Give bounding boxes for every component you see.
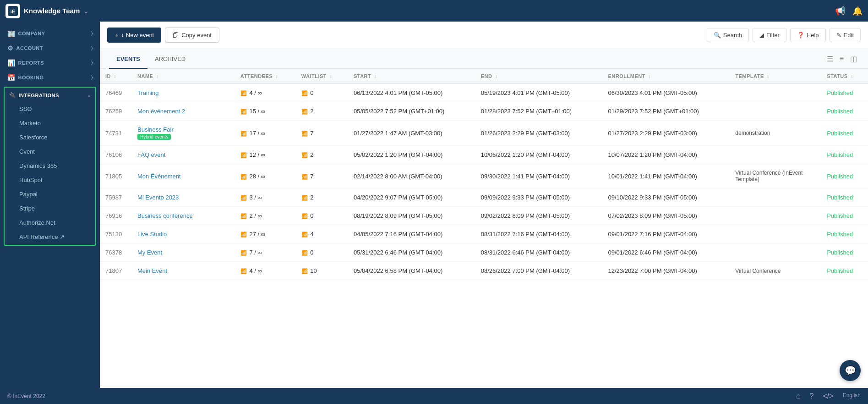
event-name: Live Studio bbox=[132, 225, 235, 244]
event-status: Published bbox=[821, 146, 868, 164]
sidebar-item-sso[interactable]: SSO bbox=[5, 102, 95, 116]
table-row: 74731 Business Fair Hybrid events 📶 17 /… bbox=[100, 121, 868, 146]
event-link[interactable]: My Event bbox=[137, 249, 162, 256]
event-id: 74731 bbox=[100, 121, 132, 146]
col-enrollment[interactable]: ENROLLMENT ↕ bbox=[603, 69, 730, 84]
event-link[interactable]: Business conference bbox=[137, 212, 193, 219]
chevron-down-icon[interactable]: ⌄ bbox=[83, 7, 89, 15]
grid-view-icon[interactable]: ≡ bbox=[838, 54, 846, 64]
event-start: 05/04/2022 6:58 PM (GMT-04:00) bbox=[348, 262, 475, 280]
col-end[interactable]: END ↕ bbox=[475, 69, 603, 84]
caret-right-icon: 〉 bbox=[91, 31, 93, 36]
sidebar-item-authorize-net[interactable]: Authorize.Net bbox=[5, 216, 95, 230]
event-waitlist: 📶 2 bbox=[296, 102, 348, 121]
event-link[interactable]: FAQ event bbox=[137, 151, 165, 158]
edit-button[interactable]: ✎ Edit bbox=[830, 28, 861, 42]
event-link[interactable]: Mi Evento 2023 bbox=[137, 194, 179, 201]
sidebar-item-company[interactable]: 🏢 COMPANY 〉 bbox=[0, 26, 100, 41]
sidebar-item-account[interactable]: ⚙ ACCOUNT 〉 bbox=[0, 41, 100, 55]
wifi-icon: 📶 bbox=[240, 109, 247, 114]
building-icon: 🏢 bbox=[7, 30, 16, 37]
event-link[interactable]: Live Studio bbox=[137, 231, 167, 238]
new-event-button[interactable]: + + New event bbox=[107, 28, 161, 43]
tab-events[interactable]: EVENTS bbox=[109, 49, 147, 69]
tab-archived[interactable]: ARCHIVED bbox=[147, 49, 193, 69]
event-id: 71805 bbox=[100, 164, 132, 188]
sidebar-item-marketo[interactable]: Marketo bbox=[5, 116, 95, 130]
wifi-icon: 📶 bbox=[301, 131, 308, 136]
event-waitlist: 📶 7 bbox=[296, 164, 348, 188]
event-link[interactable]: Training bbox=[137, 89, 158, 96]
wifi-icon: 📶 bbox=[301, 109, 308, 114]
event-name: Mi Evento 2023 bbox=[132, 188, 235, 207]
wifi-icon: 📶 bbox=[301, 174, 308, 179]
col-name[interactable]: NAME ↕ bbox=[132, 69, 235, 84]
sidebar-item-paypal[interactable]: Paypal bbox=[5, 187, 95, 201]
wifi-icon: 📶 bbox=[240, 152, 247, 158]
sidebar-item-salesforce[interactable]: Salesforce bbox=[5, 130, 95, 144]
copy-event-button[interactable]: 🗍 Copy event bbox=[165, 28, 219, 43]
table-container: EVENTS ARCHIVED ☰ ≡ ◫ ID ↕ bbox=[100, 49, 868, 388]
wifi-icon: 📶 bbox=[301, 232, 308, 237]
col-id[interactable]: ID ↕ bbox=[100, 69, 132, 84]
search-button[interactable]: 🔍 Search bbox=[707, 28, 749, 42]
hybrid-badge: Hybrid events bbox=[137, 134, 171, 140]
help-button[interactable]: ❓ Help bbox=[790, 28, 826, 42]
wifi-icon: 📶 bbox=[240, 90, 247, 96]
event-status: Published bbox=[821, 244, 868, 262]
event-link[interactable]: Mein Event bbox=[137, 267, 167, 274]
code-icon[interactable]: </> bbox=[823, 392, 834, 400]
event-start: 05/05/2022 7:52 PM (GMT+01:00) bbox=[348, 102, 475, 121]
sidebar-item-api-reference[interactable]: API Reference ↗ bbox=[5, 230, 95, 244]
col-status[interactable]: STATUS ↕ bbox=[821, 69, 868, 84]
col-waitlist[interactable]: WAITLIST ↕ bbox=[296, 69, 348, 84]
event-start: 06/13/2022 4:01 PM (GMT-05:00) bbox=[348, 84, 475, 102]
event-link[interactable]: Mon Événement bbox=[137, 173, 181, 180]
caret-right-icon: 〉 bbox=[91, 45, 93, 51]
table-row: 71805 Mon Événement 📶 28 / ∞ 📶 7 02/14/2… bbox=[100, 164, 868, 188]
card-view-icon[interactable]: ◫ bbox=[848, 54, 859, 64]
filter-button[interactable]: ◢ Filter bbox=[753, 28, 786, 42]
event-waitlist: 📶 0 bbox=[296, 207, 348, 225]
megaphone-icon[interactable]: 📢 bbox=[835, 6, 845, 16]
event-status: Published bbox=[821, 225, 868, 244]
sort-icon: ↕ bbox=[114, 74, 117, 79]
wifi-icon: 📶 bbox=[240, 174, 247, 179]
bell-icon[interactable]: 🔔 bbox=[852, 6, 863, 16]
event-name: Training bbox=[132, 84, 235, 102]
col-start[interactable]: START ↕ bbox=[348, 69, 475, 84]
event-id: 76259 bbox=[100, 102, 132, 121]
bottom-right: ⌂ ? </> English bbox=[796, 392, 861, 400]
sidebar-item-booking[interactable]: 📅 BOOKING 〉 bbox=[0, 70, 100, 85]
event-template bbox=[730, 146, 821, 164]
event-start: 01/27/2022 1:47 AM (GMT-03:00) bbox=[348, 121, 475, 146]
list-view-icon[interactable]: ☰ bbox=[825, 54, 835, 64]
event-id: 75130 bbox=[100, 225, 132, 244]
sidebar-item-reports[interactable]: 📊 REPORTS 〉 bbox=[0, 55, 100, 70]
event-waitlist: 📶 2 bbox=[296, 146, 348, 164]
sidebar-item-integrations[interactable]: 🔌 INTEGRATIONS ⌄ bbox=[5, 89, 95, 102]
event-link[interactable]: Business Fair bbox=[137, 126, 174, 133]
sidebar-item-hubspot[interactable]: HubSpot bbox=[5, 173, 95, 187]
event-attendees: 📶 15 / ∞ bbox=[235, 102, 296, 121]
sidebar-item-cvent[interactable]: Cvent bbox=[5, 144, 95, 159]
event-id: 75987 bbox=[100, 188, 132, 207]
event-link[interactable]: Mon événement 2 bbox=[137, 108, 185, 115]
sidebar-item-stripe[interactable]: Stripe bbox=[5, 201, 95, 216]
event-end: 09/30/2022 1:41 PM (GMT-04:00) bbox=[475, 164, 603, 188]
event-attendees: 📶 12 / ∞ bbox=[235, 146, 296, 164]
sidebar-item-dynamics365[interactable]: Dynamics 365 bbox=[5, 159, 95, 173]
question-icon[interactable]: ? bbox=[810, 392, 814, 400]
home-icon[interactable]: ⌂ bbox=[796, 392, 801, 400]
table-row: 76106 FAQ event 📶 12 / ∞ 📶 2 05/02/2022 … bbox=[100, 146, 868, 164]
language-selector[interactable]: English bbox=[843, 392, 861, 400]
event-template bbox=[730, 244, 821, 262]
event-attendees: 📶 17 / ∞ bbox=[235, 121, 296, 146]
toolbar-left: + + New event 🗍 Copy event bbox=[107, 28, 219, 43]
chat-bubble[interactable]: 💬 bbox=[840, 360, 861, 381]
toolbar-right: 🔍 Search ◢ Filter ❓ Help ✎ Edit bbox=[707, 28, 861, 42]
wifi-icon: 📶 bbox=[240, 195, 247, 200]
col-template[interactable]: TEMPLATE ↕ bbox=[730, 69, 821, 84]
sort-icon: ↕ bbox=[851, 74, 853, 79]
col-attendees[interactable]: ATTENDEES ↕ bbox=[235, 69, 296, 84]
